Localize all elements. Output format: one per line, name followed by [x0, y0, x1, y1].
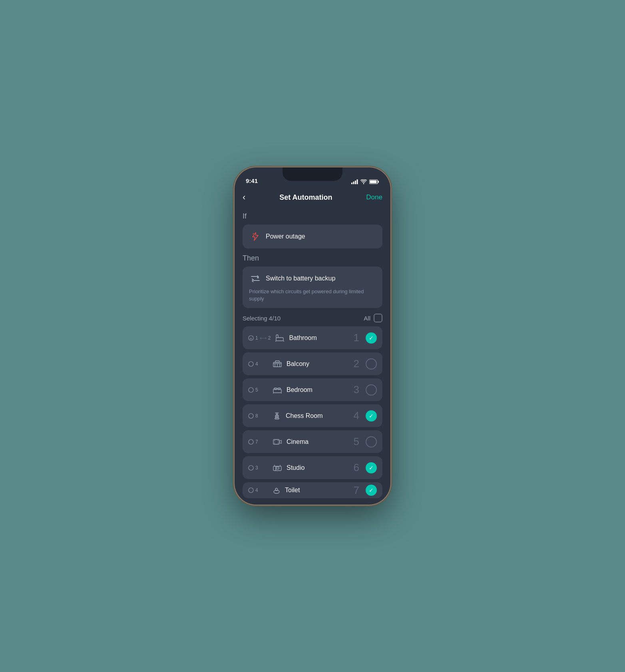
svg-rect-6 — [370, 181, 377, 183]
svg-text:⊕: ⊕ — [250, 337, 252, 340]
room-name: Bedroom — [287, 386, 350, 394]
switch-icon — [249, 272, 262, 285]
room-icon-bed — [273, 386, 282, 394]
svg-line-34 — [278, 413, 279, 413]
select-checkbox[interactable]: ✓ — [366, 462, 377, 473]
lightning-icon — [249, 230, 262, 243]
list-item[interactable]: 8 Chess Room 4 ✓ — [243, 404, 382, 427]
order-number: 7 — [354, 484, 359, 497]
svg-point-14 — [249, 362, 253, 366]
order-number: 6 — [354, 461, 359, 474]
svg-rect-11 — [276, 338, 283, 341]
room-name: Cinema — [287, 438, 350, 445]
order-number: 2 — [354, 358, 359, 370]
circuit-info: ⊕ 1 ⟷ 2 — [248, 335, 271, 341]
if-label: If — [243, 212, 382, 221]
svg-point-21 — [249, 388, 253, 392]
selection-count: Selecting 4/10 — [243, 315, 281, 322]
svg-rect-23 — [274, 388, 277, 390]
svg-line-12 — [275, 341, 276, 342]
select-checkbox[interactable] — [366, 436, 377, 447]
back-button[interactable]: ‹ — [243, 192, 245, 203]
svg-rect-3 — [357, 179, 358, 184]
action-subtext: Prioritize which circuits get powered du… — [249, 288, 376, 302]
circuit-info: 7 — [248, 439, 268, 445]
select-checkbox[interactable]: ✓ — [366, 410, 377, 421]
svg-rect-20 — [275, 361, 279, 362]
wifi-icon — [360, 179, 367, 184]
circuit-info: 5 — [248, 387, 268, 393]
select-checkbox[interactable] — [366, 358, 377, 370]
svg-rect-1 — [353, 182, 354, 185]
power-outage-text: Power outage — [266, 233, 305, 240]
svg-rect-0 — [351, 183, 352, 184]
svg-point-39 — [278, 440, 279, 441]
list-item[interactable]: 7 Cinema 5 — [243, 430, 382, 453]
room-name: Bathroom — [289, 334, 350, 342]
circuit-icon — [248, 487, 254, 493]
svg-point-37 — [274, 440, 275, 441]
status-time: 9:41 — [246, 177, 258, 184]
svg-rect-32 — [277, 413, 278, 414]
status-icons — [351, 179, 379, 184]
room-icon-cinema — [273, 438, 282, 445]
battery-icon — [369, 179, 379, 184]
room-name: Balcony — [287, 360, 350, 368]
circuit-icon — [248, 413, 254, 419]
circuit-icon: ⊕ — [248, 335, 254, 341]
svg-line-8 — [253, 233, 254, 234]
room-name: Chess Room — [286, 412, 350, 420]
order-number: 1 — [354, 332, 359, 344]
select-checkbox[interactable]: ✓ — [366, 485, 377, 496]
svg-line-33 — [275, 413, 276, 413]
circuit-icon — [248, 439, 254, 445]
select-all-checkbox[interactable] — [374, 314, 382, 322]
select-checkbox[interactable]: ✓ — [366, 332, 377, 344]
list-item[interactable]: 4 Balcony 2 — [243, 352, 382, 375]
svg-rect-2 — [355, 181, 356, 184]
order-number: 5 — [354, 435, 359, 448]
svg-point-27 — [249, 414, 253, 418]
room-name: Studio — [287, 464, 350, 471]
order-number: 3 — [354, 384, 359, 396]
then-label: Then — [243, 254, 382, 262]
circuit-info: 4 — [248, 361, 268, 367]
select-all-row[interactable]: All — [364, 314, 382, 322]
then-card[interactable]: Switch to battery backup Prioritize whic… — [243, 266, 382, 308]
done-button[interactable]: Done — [366, 193, 382, 201]
room-name: Toilet — [285, 487, 350, 494]
room-icon-toilet — [273, 487, 280, 494]
circuit-info: 4 — [248, 487, 268, 493]
list-item[interactable]: ⊕ 1 ⟷ 2 Bathroom 1 ✓ — [243, 326, 382, 349]
selection-header: Selecting 4/10 All — [243, 314, 382, 322]
circuit-icon — [248, 387, 254, 393]
order-number: 4 — [354, 410, 359, 422]
svg-point-35 — [249, 439, 253, 444]
svg-point-45 — [249, 488, 253, 493]
nav-title: Set Automation — [279, 193, 332, 202]
all-label: All — [364, 315, 370, 322]
circuit-info: 8 — [248, 413, 268, 419]
notch — [283, 167, 342, 181]
svg-rect-24 — [278, 388, 281, 390]
svg-point-38 — [274, 443, 275, 443]
list-item[interactable]: 4 Toilet 7 ✓ — [243, 482, 382, 498]
svg-rect-44 — [276, 467, 279, 469]
room-icon-balcony — [273, 360, 282, 368]
svg-point-40 — [278, 443, 279, 443]
action-text: Switch to battery backup — [266, 275, 335, 282]
select-checkbox[interactable] — [366, 384, 377, 396]
circuit-icon — [248, 465, 254, 471]
nav-bar: ‹ Set Automation Done — [243, 187, 382, 209]
list-item[interactable]: 3 Studio 6 ✓ — [243, 456, 382, 479]
room-icon-studio — [273, 464, 282, 471]
circuit-icon — [248, 361, 254, 367]
phone-content[interactable]: ‹ Set Automation Done If Power outage Th… — [235, 187, 390, 505]
svg-line-13 — [283, 341, 284, 342]
phone-frame: 9:41 — [235, 167, 390, 505]
if-card[interactable]: Power outage — [243, 225, 382, 249]
signal-icon — [351, 179, 358, 184]
svg-rect-5 — [378, 181, 379, 183]
list-item[interactable]: 5 Bedroom 3 — [243, 378, 382, 401]
svg-point-41 — [249, 465, 253, 470]
